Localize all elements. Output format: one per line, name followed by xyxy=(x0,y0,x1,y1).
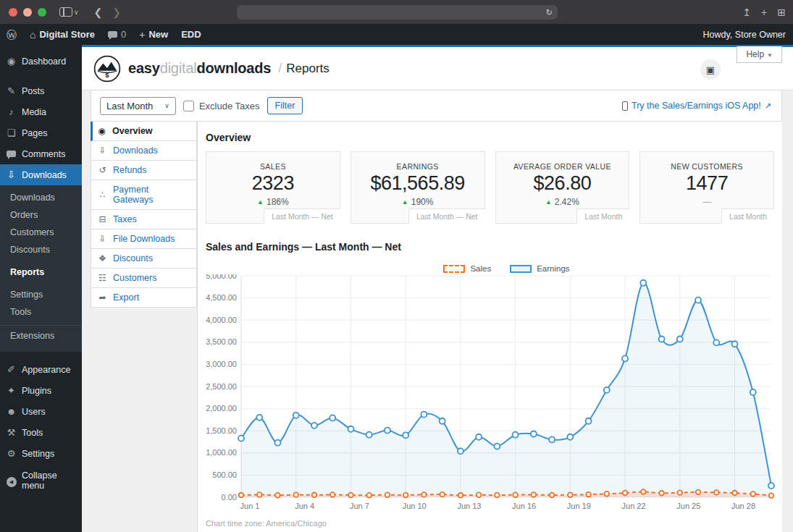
customers-icon: ☷ xyxy=(97,273,108,283)
svg-text:2,500.00: 2,500.00 xyxy=(206,382,237,391)
tools-icon: ⚒ xyxy=(6,427,17,438)
sidebar-item-appearance[interactable]: ✐ Appearance xyxy=(0,359,82,380)
sidebar-item-dashboard[interactable]: ◉ Dashboard xyxy=(0,51,82,72)
help-button[interactable]: Help▼ xyxy=(737,46,782,63)
ios-app-link[interactable]: Try the Sales/Earnings iOS App! ↗ xyxy=(622,101,771,111)
tab-overview[interactable]: ◉ Overview xyxy=(91,122,197,141)
comments-menu[interactable]: 0 xyxy=(101,24,133,45)
brand-wordmark: easydigitaldownloads xyxy=(128,60,271,77)
collapse-menu-button[interactable]: ◀ Collapse menu xyxy=(0,465,82,496)
svg-text:$: $ xyxy=(105,71,109,79)
sidebar-item-downloads[interactable]: ⇩ Downloads xyxy=(0,164,82,185)
tab-discounts[interactable]: ❖ Discounts xyxy=(91,249,197,269)
svg-text:2,000.00: 2,000.00 xyxy=(206,404,237,413)
howdy-user-menu[interactable]: Howdy, Store Owner xyxy=(703,30,786,40)
submenu-item-orders[interactable]: Orders xyxy=(0,206,82,224)
submenu-item-extensions[interactable]: Extensions xyxy=(0,327,82,345)
zoom-window-button[interactable] xyxy=(38,8,46,17)
legend-sales[interactable]: Sales xyxy=(443,264,491,273)
help-label: Help xyxy=(746,49,764,59)
earnings-swatch-icon xyxy=(510,265,532,273)
svg-text:1,500.00: 1,500.00 xyxy=(206,426,237,435)
tab-overview-icon[interactable]: ⊞ xyxy=(777,7,786,18)
users-icon: ☻ xyxy=(6,406,17,417)
submenu-item-downloads[interactable]: Downloads xyxy=(0,189,82,206)
site-name-menu[interactable]: ⌂ Digital Store xyxy=(23,24,101,45)
refresh-icon[interactable]: ↻ xyxy=(546,8,553,17)
ios-app-link-label: Try the Sales/Earnings iOS App! xyxy=(632,101,761,111)
wordpress-logo-icon: Ⓦ xyxy=(7,30,17,40)
share-icon[interactable]: ↥ xyxy=(742,7,751,18)
sidebar-item-users[interactable]: ☻ Users xyxy=(0,401,82,422)
tab-customers[interactable]: ☷ Customers xyxy=(91,269,197,288)
new-content-menu[interactable]: + New xyxy=(133,24,175,45)
new-tab-icon[interactable]: + xyxy=(761,7,767,18)
support-chat-icon[interactable]: ▣ xyxy=(700,59,721,80)
address-bar[interactable]: ↻ xyxy=(237,5,558,20)
tab-payment-gateways[interactable]: ∴ Payment Gateways xyxy=(91,180,197,210)
tab-downloads[interactable]: ⇩ Downloads xyxy=(91,141,197,161)
sidebar-item-pages[interactable]: ❏ Pages xyxy=(0,122,82,143)
tab-refunds[interactable]: ↺ Refunds xyxy=(91,161,197,180)
tab-file-downloads[interactable]: ⇩ File Downloads xyxy=(91,229,197,249)
submenu-item-tools[interactable]: Tools xyxy=(0,303,82,321)
date-range-value: Last Month xyxy=(106,101,153,111)
date-range-select[interactable]: Last Month ∨ xyxy=(100,97,176,115)
tile-delta: 2.42% xyxy=(555,197,579,207)
sidebar-item-label: Comments xyxy=(22,149,65,159)
exclude-taxes-checkbox[interactable] xyxy=(183,101,194,111)
download-icon: ⇩ xyxy=(97,145,108,156)
report-filter-bar: Last Month ∨ Exclude Taxes Filter Try th… xyxy=(91,90,782,122)
tab-label: Payment Gateways xyxy=(113,185,190,205)
legend-earnings[interactable]: Earnings xyxy=(510,264,569,273)
plus-icon: + xyxy=(139,30,145,40)
svg-text:Jun 10: Jun 10 xyxy=(403,502,427,510)
trend-up-icon: ▲ xyxy=(402,198,408,206)
submenu-item-settings[interactable]: Settings xyxy=(0,286,82,303)
tile-value: 1477 xyxy=(686,172,728,195)
sidebar-item-tools[interactable]: ⚒ Tools xyxy=(0,422,82,443)
tab-taxes[interactable]: ⊟ Taxes xyxy=(91,210,197,229)
comment-count: 0 xyxy=(121,29,126,40)
svg-text:Jun 7: Jun 7 xyxy=(350,502,369,510)
page-title: Reports xyxy=(286,62,330,76)
sidebar-item-label: Pages xyxy=(22,128,47,138)
export-icon: ➦ xyxy=(97,292,108,303)
tile-label: SALES xyxy=(260,162,286,171)
svg-text:4,500.00: 4,500.00 xyxy=(206,293,237,302)
sidebar-toggle-icon[interactable] xyxy=(59,7,72,17)
tab-export[interactable]: ➦ Export xyxy=(91,288,197,308)
pages-icon: ❏ xyxy=(6,127,17,138)
wp-logo-menu[interactable]: Ⓦ xyxy=(0,24,23,45)
close-window-button[interactable] xyxy=(9,8,17,17)
sidebar-item-label: Appearance xyxy=(22,365,70,375)
sidebar-item-label: Plugins xyxy=(22,386,51,396)
submenu-item-customers[interactable]: Customers xyxy=(0,224,82,241)
tile-delta: 190% xyxy=(411,197,434,207)
svg-text:5,000.00: 5,000.00 xyxy=(206,274,237,280)
filter-button[interactable]: Filter xyxy=(267,97,303,114)
wp-sidebar: ◉ Dashboard ✎ Posts ♪ Media ❏ Pages Comm… xyxy=(0,45,82,532)
chart-legend: Sales Earnings xyxy=(239,264,774,273)
stat-tiles: SALES 2323 ▲186% Last Month — Net EARNIN… xyxy=(206,151,774,224)
svg-text:500.00: 500.00 xyxy=(212,470,237,479)
sidebar-item-comments[interactable]: Comments xyxy=(0,143,82,164)
chevron-down-icon[interactable]: ∨ xyxy=(72,9,82,16)
sidebar-item-media[interactable]: ♪ Media xyxy=(0,101,82,122)
submenu-item-discounts[interactable]: Discounts xyxy=(0,241,82,258)
back-button[interactable]: ❮ xyxy=(89,7,108,17)
tile-value: 2323 xyxy=(252,172,294,195)
brand-easy: easy xyxy=(128,60,160,76)
edd-menu[interactable]: EDD xyxy=(175,24,207,45)
minimize-window-button[interactable] xyxy=(23,8,32,17)
tile-label: AVERAGE ORDER VALUE xyxy=(513,162,611,171)
window-controls xyxy=(9,8,46,17)
sales-earnings-chart[interactable]: 5,000.004,500.004,000.003,500.003,000.00… xyxy=(206,274,775,513)
chart-title: Sales and Earnings — Last Month — Net xyxy=(206,241,774,253)
sidebar-item-settings[interactable]: ⚙ Settings xyxy=(0,443,82,464)
tile-value: $61,565.89 xyxy=(371,172,465,195)
submenu-separator xyxy=(0,325,82,326)
sidebar-item-posts[interactable]: ✎ Posts xyxy=(0,80,82,101)
submenu-item-reports[interactable]: Reports xyxy=(0,263,82,281)
sidebar-item-plugins[interactable]: ✦ Plugins xyxy=(0,380,82,401)
